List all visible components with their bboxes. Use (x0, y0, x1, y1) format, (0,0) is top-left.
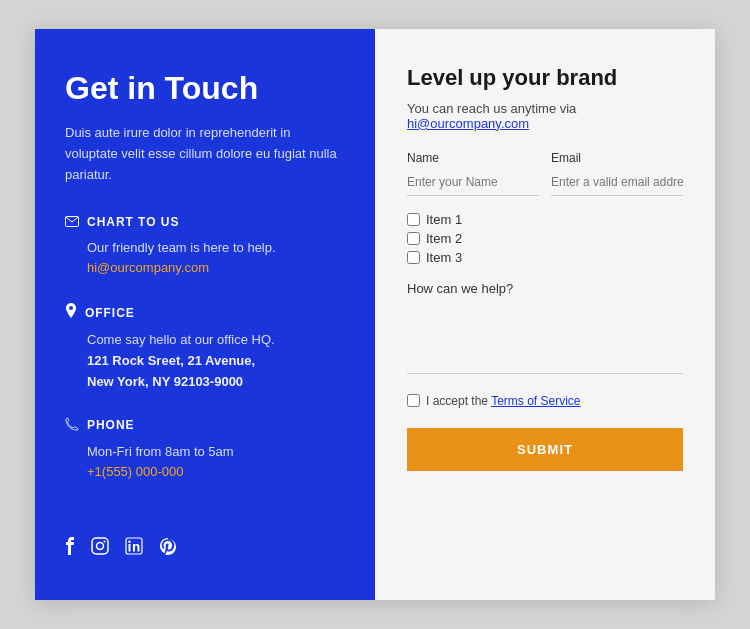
terms-row: I accept the Terms of Service (407, 394, 683, 408)
email-label: Email (551, 151, 683, 165)
right-panel: Level up your brand You can reach us any… (375, 29, 715, 600)
chart-section: CHART TO US Our friendly team is here to… (65, 214, 345, 280)
checkbox-item-2: Item 2 (407, 231, 683, 246)
message-wrapper (407, 304, 683, 378)
terms-text: I accept the Terms of Service (426, 394, 581, 408)
message-textarea[interactable] (407, 304, 683, 374)
checkbox-3[interactable] (407, 251, 420, 264)
office-body: Come say hello at our office HQ. 121 Roc… (65, 330, 345, 392)
name-input[interactable] (407, 169, 539, 196)
name-email-row: Name Email (407, 151, 683, 196)
social-icons-row (65, 507, 345, 560)
phone-heading: PHONE (65, 417, 345, 434)
svg-point-3 (104, 541, 106, 543)
terms-link[interactable]: Terms of Service (491, 394, 580, 408)
svg-point-2 (97, 543, 104, 550)
svg-point-6 (128, 541, 130, 543)
how-help-label: How can we help? (407, 281, 683, 296)
name-label: Name (407, 151, 539, 165)
svg-rect-1 (92, 538, 108, 554)
submit-button[interactable]: SUBMIT (407, 428, 683, 471)
phone-section: PHONE Mon-Fri from 8am to 5am +1(555) 00… (65, 417, 345, 484)
phone-body: Mon-Fri from 8am to 5am +1(555) 000-000 (65, 442, 345, 484)
reach-email-link[interactable]: hi@ourcompany.com (407, 116, 529, 131)
linkedin-icon[interactable] (125, 537, 143, 560)
checkbox-2[interactable] (407, 232, 420, 245)
email-icon (65, 214, 79, 230)
location-icon (65, 303, 77, 322)
terms-checkbox[interactable] (407, 394, 420, 407)
checkbox-item-3: Item 3 (407, 250, 683, 265)
main-container: Get in Touch Duis aute irure dolor in re… (35, 29, 715, 600)
right-title: Level up your brand (407, 65, 683, 91)
facebook-icon[interactable] (65, 537, 75, 560)
chart-body: Our friendly team is here to help. hi@ou… (65, 238, 345, 280)
reach-text: You can reach us anytime via hi@ourcompa… (407, 101, 683, 131)
checkbox-label-3: Item 3 (426, 250, 462, 265)
left-panel: Get in Touch Duis aute irure dolor in re… (35, 29, 375, 600)
left-description: Duis aute irure dolor in reprehenderit i… (65, 123, 345, 185)
pinterest-icon[interactable] (159, 537, 177, 560)
checkboxes-group: Item 1 Item 2 Item 3 (407, 212, 683, 265)
checkbox-1[interactable] (407, 213, 420, 226)
email-input[interactable] (551, 169, 683, 196)
phone-icon (65, 417, 79, 434)
svg-rect-5 (129, 544, 131, 552)
checkbox-item-1: Item 1 (407, 212, 683, 227)
name-group: Name (407, 151, 539, 196)
phone-number-link[interactable]: +1(555) 000-000 (87, 464, 184, 479)
email-group: Email (551, 151, 683, 196)
office-section: OFFICE Come say hello at our office HQ. … (65, 303, 345, 392)
left-title: Get in Touch (65, 69, 345, 107)
instagram-icon[interactable] (91, 537, 109, 560)
chart-heading: CHART TO US (65, 214, 345, 230)
office-heading: OFFICE (65, 303, 345, 322)
chart-email-link[interactable]: hi@ourcompany.com (87, 260, 209, 275)
checkbox-label-1: Item 1 (426, 212, 462, 227)
checkbox-label-2: Item 2 (426, 231, 462, 246)
